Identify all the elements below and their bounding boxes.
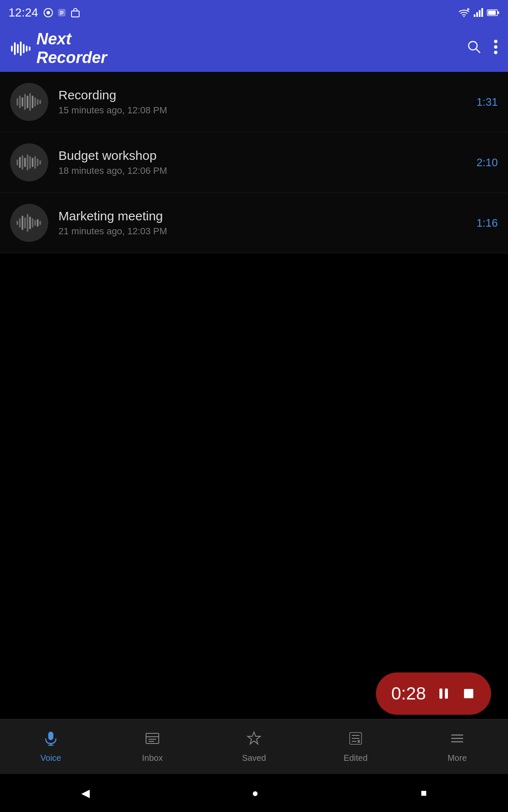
recording-meta-2: 18 minutes ago, 12:06 PM <box>58 165 476 176</box>
svg-point-25 <box>494 45 497 49</box>
svg-rect-57 <box>439 689 442 699</box>
tab-edited[interactable]: Edited <box>305 719 406 774</box>
svg-rect-35 <box>37 99 39 105</box>
tab-more-label: More <box>447 753 467 763</box>
recording-duration-2: 2:10 <box>476 156 498 169</box>
svg-point-5 <box>464 16 465 17</box>
svg-rect-8 <box>474 14 475 17</box>
svg-rect-15 <box>11 46 13 52</box>
record-time-display: 0:28 <box>391 683 426 704</box>
svg-rect-56 <box>39 221 41 225</box>
svg-rect-51 <box>27 214 28 232</box>
svg-rect-47 <box>17 221 18 225</box>
svg-rect-4 <box>72 11 79 17</box>
bag-icon <box>70 8 80 18</box>
recording-duration-1: 1:31 <box>476 96 498 109</box>
status-left: 12:24 P <box>8 6 80 19</box>
svg-rect-14 <box>488 11 496 15</box>
app-title: Next Recorder <box>36 30 107 67</box>
svg-rect-63 <box>146 733 159 743</box>
signal-icon <box>473 8 483 18</box>
svg-rect-55 <box>37 219 39 227</box>
svg-rect-28 <box>19 96 21 108</box>
status-bar: 12:24 P <box>0 0 508 25</box>
svg-rect-42 <box>29 156 31 169</box>
bottom-nav: Voice Inbox Saved <box>0 719 508 774</box>
svg-rect-20 <box>26 46 28 52</box>
recording-item[interactable]: Budget workshop 18 minutes ago, 12:06 PM… <box>0 132 508 193</box>
app-logo-area: Next Recorder <box>10 30 107 67</box>
recording-item[interactable]: Recording 15 minutes ago, 12:08 PM 1:31 <box>0 72 508 132</box>
svg-rect-19 <box>23 44 25 53</box>
svg-rect-16 <box>14 42 16 55</box>
svg-rect-11 <box>481 8 483 17</box>
recording-meta-1: 15 minutes ago, 12:08 PM <box>58 105 476 116</box>
waveform-thumbnail-3 <box>10 204 48 242</box>
circle-dot-icon <box>43 8 53 18</box>
svg-rect-52 <box>29 217 31 229</box>
tab-more[interactable]: More <box>406 719 508 774</box>
tab-saved[interactable]: Saved <box>203 719 305 774</box>
tab-inbox[interactable]: Inbox <box>102 719 203 774</box>
tab-voice[interactable]: Voice <box>0 719 102 774</box>
svg-rect-30 <box>24 94 26 110</box>
recording-item[interactable]: Marketing meeting 21 minutes ago, 12:03 … <box>0 193 508 253</box>
svg-rect-29 <box>22 97 23 107</box>
status-time: 12:24 <box>8 6 38 19</box>
svg-rect-32 <box>29 93 31 111</box>
recording-name-1: Recording <box>58 88 476 102</box>
svg-rect-48 <box>19 218 21 228</box>
svg-rect-33 <box>32 96 33 108</box>
overflow-menu-button[interactable] <box>494 39 498 58</box>
svg-rect-58 <box>445 689 448 699</box>
svg-rect-50 <box>24 217 26 228</box>
back-button[interactable]: ◀ <box>81 787 90 800</box>
battery-icon <box>487 8 500 18</box>
svg-line-23 <box>476 49 480 53</box>
svg-rect-36 <box>39 100 41 104</box>
svg-rect-17 <box>17 44 19 53</box>
p-icon: P <box>57 8 67 18</box>
mic-icon <box>43 731 58 750</box>
tab-edited-label: Edited <box>344 753 368 763</box>
stop-button[interactable] <box>461 686 476 701</box>
pause-button[interactable] <box>436 686 451 701</box>
svg-rect-27 <box>17 98 18 106</box>
svg-rect-54 <box>34 220 36 226</box>
recording-info-2: Budget workshop 18 minutes ago, 12:06 PM <box>58 148 476 176</box>
star-icon <box>246 731 262 750</box>
app-bar: Next Recorder <box>0 25 508 72</box>
svg-point-1 <box>47 11 50 14</box>
status-icons-left: P <box>43 8 80 18</box>
svg-rect-60 <box>48 732 53 740</box>
recording-name-3: Marketing meeting <box>58 209 476 223</box>
app-bar-actions <box>467 39 498 58</box>
recording-list: Recording 15 minutes ago, 12:08 PM 1:31 … <box>0 72 508 253</box>
svg-point-22 <box>469 41 477 50</box>
scissors-icon <box>348 731 363 750</box>
system-nav-bar: ◀ ● ■ <box>0 774 508 812</box>
svg-marker-67 <box>248 732 260 744</box>
svg-rect-39 <box>22 155 23 170</box>
recording-info-3: Marketing meeting 21 minutes ago, 12:03 … <box>58 209 476 237</box>
svg-rect-21 <box>29 47 30 51</box>
svg-rect-46 <box>39 160 41 165</box>
svg-rect-10 <box>479 10 480 17</box>
tab-inbox-label: Inbox <box>142 753 163 763</box>
svg-rect-34 <box>34 97 36 107</box>
svg-rect-45 <box>37 159 39 166</box>
svg-rect-38 <box>19 157 21 168</box>
recording-duration-3: 1:16 <box>476 217 498 230</box>
svg-rect-49 <box>22 216 23 230</box>
home-button[interactable]: ● <box>252 787 259 800</box>
tab-voice-label: Voice <box>41 753 61 763</box>
search-button[interactable] <box>467 39 482 58</box>
svg-rect-31 <box>27 96 28 108</box>
waveform-thumbnail-1 <box>10 83 48 121</box>
svg-rect-18 <box>20 41 22 56</box>
svg-point-24 <box>494 40 497 43</box>
svg-rect-9 <box>476 12 478 17</box>
svg-rect-13 <box>497 11 499 14</box>
waveform-thumbnail-2 <box>10 143 48 181</box>
recents-button[interactable]: ■ <box>421 787 427 799</box>
